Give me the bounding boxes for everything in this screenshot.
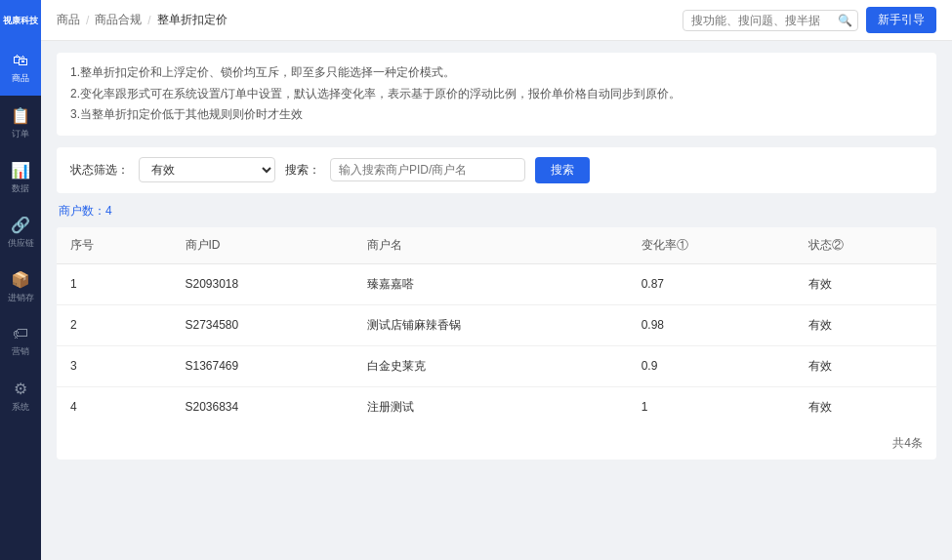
sidebar-item-marketing[interactable]: 🏷 营销: [0, 314, 41, 369]
sidebar-item-label-data: 数据: [12, 182, 29, 195]
status-filter-select[interactable]: 有效 无效 全部: [139, 157, 275, 182]
sidebar-item-label-goods: 商品: [12, 72, 29, 85]
header-right: 🔍 新手引导: [683, 7, 936, 33]
merchant-table: 序号 商户ID 商户名 变化率① 状态② 1 S2093018 臻嘉嘉嗒 0.8…: [57, 227, 936, 427]
marketing-icon: 🏷: [13, 325, 28, 342]
table-header-row: 序号 商户ID 商户名 变化率① 状态②: [57, 227, 936, 264]
breadcrumb-current: 整单折扣定价: [157, 12, 228, 28]
table-row: 2 S2734580 测试店铺麻辣香锅 0.98 有效: [57, 304, 936, 345]
col-header-name: 商户名: [353, 227, 627, 264]
cell-pid-3: S2036834: [172, 386, 354, 427]
merchant-table-wrapper: 序号 商户ID 商户名 变化率① 状态② 1 S2093018 臻嘉嘉嗒 0.8…: [57, 227, 936, 460]
sidebar-item-orders[interactable]: 📋 订单: [0, 96, 41, 150]
sidebar-item-stock[interactable]: 📦 进销存: [0, 260, 41, 314]
sidebar-item-system[interactable]: ⚙ 系统: [0, 369, 41, 423]
col-header-status: 状态②: [795, 227, 936, 264]
main-content: 商品 / 商品合规 / 整单折扣定价 🔍 新手引导 1.整单折扣定价和上浮定价、…: [41, 0, 952, 560]
cell-rate-1: 0.98: [628, 304, 796, 345]
sidebar-item-label-system: 系统: [12, 401, 29, 414]
logo: 视康科技: [0, 0, 41, 41]
cell-index-1: 2: [57, 304, 172, 345]
cell-index-2: 3: [57, 345, 172, 386]
info-line-3: 3.当整单折扣定价低于其他规则则价时才生效: [70, 104, 923, 126]
cell-rate-0: 0.87: [628, 263, 796, 304]
cell-name-3: 注册测试: [353, 386, 627, 427]
system-icon: ⚙: [14, 380, 27, 398]
sidebar-item-label-orders: 订单: [12, 128, 29, 140]
info-line-1: 1.整单折扣定价和上浮定价、锁价均互斥，即至多只能选择一种定价模式。: [70, 62, 923, 84]
cell-status-2: 有效: [795, 345, 936, 386]
table-row: 4 S2036834 注册测试 1 有效: [57, 386, 936, 427]
sidebar-item-label-marketing: 营销: [12, 345, 29, 358]
merchant-count: 商户数：4: [57, 203, 936, 220]
cell-name-1: 测试店铺麻辣香锅: [353, 304, 627, 345]
cell-status-1: 有效: [795, 304, 936, 345]
orders-icon: 📋: [11, 106, 30, 125]
cell-rate-2: 0.9: [628, 345, 796, 386]
merchant-count-value: 4: [105, 204, 112, 218]
sidebar-item-goods[interactable]: 🛍 商品: [0, 41, 41, 96]
cell-pid-1: S2734580: [172, 304, 354, 345]
breadcrumb-sep-2: /: [147, 14, 150, 27]
sidebar-item-label-stock: 进销存: [8, 292, 34, 304]
status-filter-label: 状态筛选：: [70, 162, 129, 179]
sidebar: 视康科技 🛍 商品 📋 订单 📊 数据 🔗 供应链 📦 进销存 🏷 营销 ⚙ 系…: [0, 0, 41, 560]
global-search-box[interactable]: 🔍: [683, 10, 858, 31]
goods-icon: 🛍: [13, 52, 28, 69]
cell-pid-0: S2093018: [172, 263, 354, 304]
cell-rate-3: 1: [628, 386, 796, 427]
breadcrumb-compliance[interactable]: 商品合规: [95, 12, 142, 28]
cell-name-2: 白金史莱克: [353, 345, 627, 386]
supply-icon: 🔗: [11, 216, 30, 234]
header: 商品 / 商品合规 / 整单折扣定价 🔍 新手引导: [41, 0, 952, 41]
table-footer: 共4条: [57, 427, 936, 460]
cell-pid-2: S1367469: [172, 345, 354, 386]
cell-index-0: 1: [57, 263, 172, 304]
content-area: 1.整单折扣定价和上浮定价、锁价均互斥，即至多只能选择一种定价模式。 2.变化率…: [41, 41, 952, 560]
data-icon: 📊: [11, 161, 30, 180]
table-row: 3 S1367469 白金史莱克 0.9 有效: [57, 345, 936, 386]
table-row: 1 S2093018 臻嘉嘉嗒 0.87 有效: [57, 263, 936, 304]
merchant-search-input[interactable]: [330, 158, 525, 181]
merchant-count-label: 商户数：: [59, 204, 105, 218]
cell-name-0: 臻嘉嘉嗒: [353, 263, 627, 304]
filter-bar: 状态筛选： 有效 无效 全部 搜索： 搜索: [57, 147, 936, 193]
breadcrumb-goods[interactable]: 商品: [57, 12, 80, 28]
stock-icon: 📦: [11, 270, 30, 289]
cell-status-3: 有效: [795, 386, 936, 427]
global-search-icon: 🔍: [838, 14, 852, 27]
search-button[interactable]: 搜索: [535, 157, 590, 183]
col-header-index: 序号: [57, 227, 172, 264]
info-line-2: 2.变化率跟形式可在系统设置/订单中设置，默认选择变化率，表示基于原价的浮动比例…: [70, 84, 923, 105]
global-search-input[interactable]: [691, 14, 838, 27]
new-guide-button[interactable]: 新手引导: [866, 7, 936, 33]
cell-status-0: 有效: [795, 263, 936, 304]
breadcrumb: 商品 / 商品合规 / 整单折扣定价: [57, 12, 228, 28]
sidebar-item-label-supply: 供应链: [8, 237, 34, 250]
col-header-pid: 商户ID: [172, 227, 354, 264]
info-box: 1.整单折扣定价和上浮定价、锁价均互斥，即至多只能选择一种定价模式。 2.变化率…: [57, 53, 936, 136]
sidebar-item-supply[interactable]: 🔗 供应链: [0, 205, 41, 260]
sidebar-item-data[interactable]: 📊 数据: [0, 150, 41, 205]
col-header-rate: 变化率①: [628, 227, 796, 264]
cell-index-3: 4: [57, 386, 172, 427]
search-label: 搜索：: [285, 162, 320, 179]
breadcrumb-sep-1: /: [86, 14, 89, 27]
